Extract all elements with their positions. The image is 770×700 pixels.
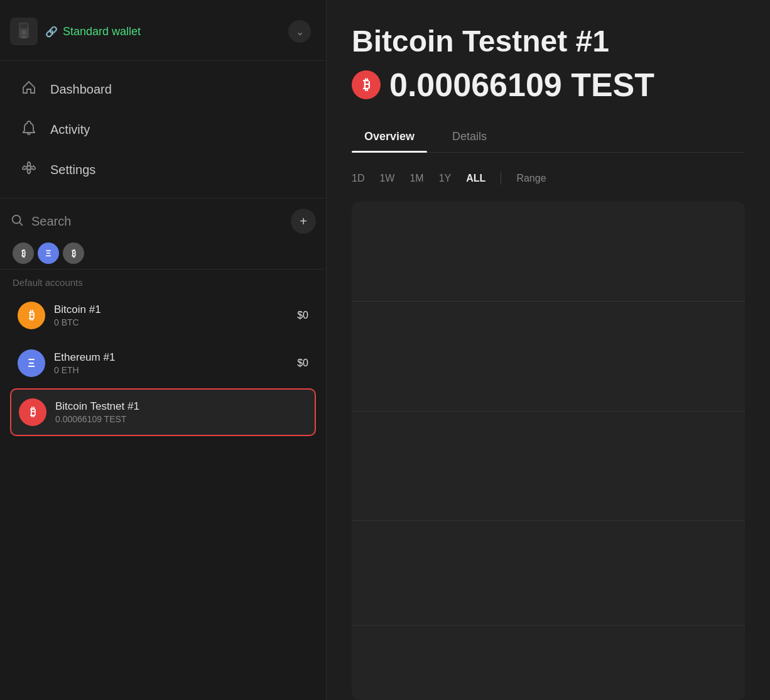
time-filter-row: 1D 1W 1M 1Y ALL Range [352, 170, 745, 187]
filter-all[interactable]: ALL [466, 170, 485, 187]
home-icon [20, 80, 38, 99]
ethereum-1-name: Ethereum #1 [54, 351, 288, 364]
chart-grid-line-1 [352, 301, 745, 302]
filter-1d[interactable]: 1D [352, 170, 364, 187]
search-label[interactable]: Search [31, 214, 283, 229]
svg-point-3 [22, 30, 26, 34]
bitcoin-1-details: Bitcoin #1 0 BTC [54, 304, 288, 327]
settings-icon [20, 160, 38, 179]
bitcoin-1-sub: 0 BTC [54, 317, 288, 327]
bell-icon [20, 120, 38, 139]
chart-grid-line-3 [352, 520, 745, 521]
bitcoin-1-avatar: ₿ [18, 302, 45, 329]
account-item-bitcoin-1[interactable]: ₿ Bitcoin #1 0 BTC $0 [10, 293, 316, 338]
search-row: Search + [10, 209, 316, 234]
ethereum-1-details: Ethereum #1 0 ETH [54, 351, 288, 375]
page-title: Bitcoin Testnet #1 [352, 25, 745, 58]
eth-symbol: Ξ [45, 248, 51, 258]
svg-rect-1 [20, 24, 28, 29]
bitcoin-testnet-name: Bitcoin Testnet #1 [55, 400, 307, 413]
accounts-section: Default accounts ₿ Bitcoin #1 0 BTC $0 Ξ… [0, 270, 326, 700]
ethereum-1-sub: 0 ETH [54, 365, 288, 375]
search-section: Search + ₿ Ξ ₿ [0, 199, 326, 270]
btc-test-coin-filter[interactable]: ₿ [63, 243, 84, 264]
btc-test-symbol: ₿ [72, 248, 76, 258]
eth-coin-filter[interactable]: Ξ [38, 243, 59, 264]
settings-label: Settings [50, 163, 95, 177]
tab-overview[interactable]: Overview [352, 124, 427, 152]
hardware-wallet-icon [10, 18, 38, 45]
balance-coin-icon: ₿ [352, 70, 381, 99]
nav-section: Dashboard Activity Settings [0, 61, 326, 199]
balance-coin-symbol: ₿ [363, 77, 370, 93]
link-icon: 🔗 [45, 26, 58, 38]
sidebar: 🔗 Standard wallet ⌄ Dashboard Activity [0, 0, 327, 700]
wallet-dropdown-button[interactable]: ⌄ [288, 20, 311, 43]
tabs-row: Overview Details [352, 124, 745, 153]
chart-grid-line-4 [352, 625, 745, 626]
accounts-group-label: Default accounts [10, 277, 316, 288]
dashboard-label: Dashboard [50, 82, 112, 97]
sidebar-item-dashboard[interactable]: Dashboard [5, 70, 321, 109]
bitcoin-testnet-avatar: ₿ [19, 398, 46, 426]
chart-area [352, 202, 745, 700]
coin-icons-row: ₿ Ξ ₿ [10, 243, 316, 264]
bitcoin-1-balance: $0 [297, 310, 308, 321]
main-content: Bitcoin Testnet #1 ₿ 0.00066109 TEST Ove… [327, 0, 770, 700]
search-icon [10, 213, 24, 230]
bitcoin-testnet-sub: 0.00066109 TEST [55, 414, 307, 424]
btc-symbol: ₿ [21, 248, 26, 258]
add-account-button[interactable]: + [291, 209, 316, 234]
filter-1m[interactable]: 1M [409, 170, 423, 187]
account-item-bitcoin-testnet-1[interactable]: ₿ Bitcoin Testnet #1 0.00066109 TEST [10, 388, 316, 436]
filter-1y[interactable]: 1Y [439, 170, 452, 187]
ethereum-1-balance: $0 [297, 358, 308, 369]
bitcoin-testnet-details: Bitcoin Testnet #1 0.00066109 TEST [55, 400, 307, 424]
filter-divider [501, 172, 501, 185]
activity-label: Activity [50, 123, 90, 137]
tab-details[interactable]: Details [440, 124, 499, 152]
sidebar-header: 🔗 Standard wallet ⌄ [0, 0, 326, 61]
filter-1w[interactable]: 1W [379, 170, 394, 187]
svg-rect-2 [22, 36, 26, 38]
sidebar-item-settings[interactable]: Settings [5, 150, 321, 189]
bitcoin-1-name: Bitcoin #1 [54, 304, 288, 316]
btc-coin-filter[interactable]: ₿ [13, 243, 34, 264]
ethereum-1-avatar: Ξ [18, 349, 45, 377]
wallet-info: 🔗 Standard wallet [45, 25, 281, 38]
account-item-ethereum-1[interactable]: Ξ Ethereum #1 0 ETH $0 [10, 341, 316, 386]
sidebar-item-activity[interactable]: Activity [5, 110, 321, 149]
wallet-name: Standard wallet [63, 25, 141, 38]
balance-amount: 0.00066109 TEST [389, 66, 654, 104]
balance-row: ₿ 0.00066109 TEST [352, 66, 745, 104]
chart-grid-line-2 [352, 411, 745, 412]
filter-range[interactable]: Range [516, 170, 546, 187]
